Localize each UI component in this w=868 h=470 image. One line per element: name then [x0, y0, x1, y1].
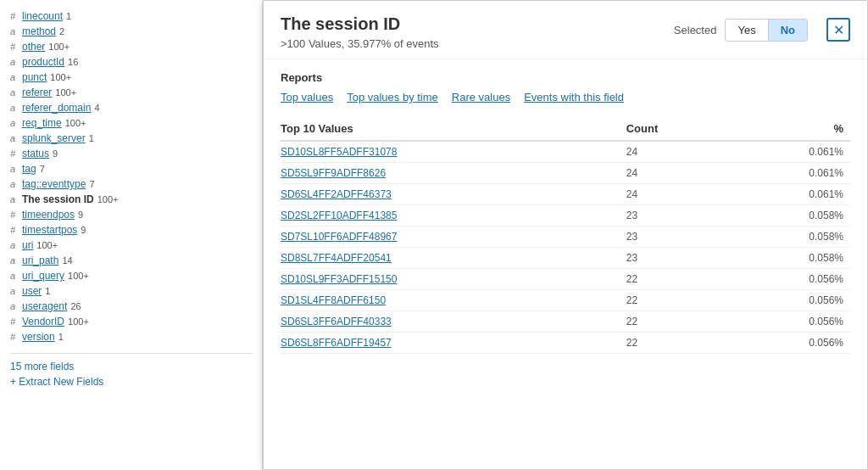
- field-type-icon: #: [10, 210, 19, 220]
- sidebar-item-referer_domain[interactable]: areferer_domain4: [10, 100, 252, 115]
- field-count-label: 100+: [48, 42, 70, 52]
- reports-links: Top valuesTop values by timeRare valuesE…: [281, 91, 850, 104]
- field-count-label: 100+: [50, 72, 71, 82]
- value-cell: SD8SL7FF4ADFF20541: [281, 248, 626, 269]
- field-type-icon: a: [10, 164, 19, 174]
- field-count-label: 16: [68, 57, 78, 67]
- selected-label: Selected: [674, 24, 717, 36]
- count-cell: 22: [626, 311, 735, 333]
- report-link-top-values-by-time[interactable]: Top values by time: [347, 91, 438, 104]
- no-button[interactable]: No: [769, 20, 807, 41]
- value-link[interactable]: SD1SL4FF8ADFF6150: [281, 294, 386, 306]
- value-link[interactable]: SD5SL9FF9ADFF8626: [281, 167, 386, 179]
- field-name-label: tag: [22, 163, 36, 175]
- pct-cell: 0.061%: [734, 184, 850, 205]
- field-name-label: uri_path: [22, 255, 58, 266]
- value-cell: SD6SL3FF6ADFF40333: [281, 311, 626, 333]
- pct-cell: 0.061%: [734, 141, 850, 163]
- sidebar-item-useragent[interactable]: auseragent26: [10, 299, 252, 314]
- value-link[interactable]: SD6SL4FF2ADFF46373: [281, 188, 392, 200]
- value-cell: SD5SL9FF9ADFF8626: [281, 163, 626, 184]
- sidebar-item-the-session-id[interactable]: aThe session ID100+: [10, 192, 252, 207]
- count-cell: 22: [626, 269, 735, 290]
- field-name-label: uri: [22, 239, 33, 251]
- sidebar-item-version[interactable]: #version1: [10, 329, 252, 344]
- sidebar-item-timeendpos[interactable]: #timeendpos9: [10, 207, 252, 222]
- extract-fields-link[interactable]: + Extract New Fields: [10, 376, 252, 388]
- report-link-events-with-this-field[interactable]: Events with this field: [524, 91, 624, 104]
- sidebar-item-status[interactable]: #status9: [10, 146, 252, 161]
- field-name-label: tag::eventtype: [22, 178, 86, 190]
- field-count-label: 9: [78, 210, 83, 220]
- sidebar-item-req_time[interactable]: areq_time100+: [10, 115, 252, 131]
- field-name-label: useragent: [22, 300, 67, 312]
- field-count-label: 9: [53, 148, 58, 159]
- table-row: SD6SL4FF2ADFF46373240.061%: [281, 184, 850, 205]
- report-link-top-values[interactable]: Top values: [281, 91, 333, 104]
- field-type-icon: a: [10, 118, 19, 128]
- field-type-icon: a: [10, 301, 19, 311]
- field-count-label: 7: [89, 179, 94, 189]
- value-link[interactable]: SD6SL8FF6ADFF19457: [281, 337, 392, 349]
- table-header-top-10-values: Top 10 Values: [281, 117, 626, 141]
- sidebar-item-uri[interactable]: auri100+: [10, 238, 252, 253]
- sidebar-item-tag[interactable]: atag7: [10, 161, 252, 176]
- value-cell: SD6SL8FF6ADFF19457: [281, 333, 626, 354]
- field-name-label: uri_query: [22, 270, 64, 282]
- field-type-icon: #: [10, 148, 19, 159]
- close-button[interactable]: ✕: [826, 18, 850, 42]
- value-link[interactable]: SD10SL8FF5ADFF31078: [281, 146, 397, 158]
- panel-header: The session ID >100 Values, 35.977% of e…: [264, 1, 867, 59]
- sidebar-item-method[interactable]: amethod2: [10, 24, 252, 39]
- sidebar-footer: 15 more fields + Extract New Fields: [10, 353, 252, 388]
- pct-cell: 0.058%: [734, 248, 850, 269]
- count-cell: 24: [626, 184, 735, 205]
- yes-button[interactable]: Yes: [726, 20, 768, 41]
- field-count-label: 9: [81, 225, 86, 235]
- value-link[interactable]: SD6SL3FF6ADFF40333: [281, 316, 392, 327]
- value-link[interactable]: SD8SL7FF4ADFF20541: [281, 252, 392, 264]
- sidebar-item-punct[interactable]: apunct100+: [10, 70, 252, 85]
- report-link-rare-values[interactable]: Rare values: [452, 91, 510, 104]
- sidebar-item-uri_path[interactable]: auri_path14: [10, 253, 252, 268]
- panel-title: The session ID: [281, 14, 674, 34]
- field-name-label: referer: [22, 87, 52, 98]
- value-link[interactable]: SD2SL2FF10ADFF41385: [281, 210, 397, 221]
- field-name-label: productId: [22, 56, 64, 68]
- sidebar-item-user[interactable]: auser1: [10, 283, 252, 299]
- more-fields-link[interactable]: 15 more fields: [10, 361, 252, 372]
- field-name-label: user: [22, 285, 42, 297]
- table-row: SD6SL8FF6ADFF19457220.056%: [281, 333, 850, 354]
- field-count-label: 1: [89, 133, 94, 143]
- field-type-icon: a: [10, 255, 19, 266]
- pct-cell: 0.056%: [734, 269, 850, 290]
- sidebar-item-uri_query[interactable]: auri_query100+: [10, 268, 252, 283]
- field-name-label: VendorID: [22, 316, 64, 327]
- reports-title: Reports: [281, 71, 850, 84]
- pct-cell: 0.056%: [734, 311, 850, 333]
- pct-cell: 0.056%: [734, 290, 850, 311]
- sidebar-item-referer[interactable]: areferer100+: [10, 85, 252, 100]
- field-count-label: 100+: [97, 194, 119, 204]
- value-link[interactable]: SD10SL9FF3ADFF15150: [281, 273, 397, 285]
- sidebar-item-timestartpos[interactable]: #timestartpos9: [10, 222, 252, 238]
- table-header-%: %: [734, 117, 850, 141]
- field-count-label: 100+: [65, 118, 86, 128]
- field-type-icon: #: [10, 42, 19, 52]
- sidebar-item-other[interactable]: #other100+: [10, 39, 252, 54]
- sidebar-item-splunk_server[interactable]: asplunk_server1: [10, 131, 252, 146]
- sidebar-item-tag::eventtype[interactable]: atag::eventtype7: [10, 176, 252, 192]
- panel-subtitle: >100 Values, 35.977% of events: [281, 37, 674, 50]
- count-cell: 24: [626, 141, 735, 163]
- value-cell: SD6SL4FF2ADFF46373: [281, 184, 626, 205]
- field-count-label: 4: [94, 103, 99, 113]
- field-name-label: linecount: [22, 10, 63, 22]
- field-name-label: splunk_server: [22, 132, 86, 144]
- field-type-icon: a: [10, 133, 19, 143]
- sidebar-item-productid[interactable]: aproductId16: [10, 54, 252, 70]
- sidebar-item-vendorid[interactable]: #VendorID100+: [10, 314, 252, 329]
- sidebar-item-linecount[interactable]: #linecount1: [10, 8, 252, 24]
- field-name-label: version: [22, 331, 55, 343]
- field-type-icon: #: [10, 332, 19, 342]
- value-link[interactable]: SD7SL10FF6ADFF48967: [281, 231, 397, 243]
